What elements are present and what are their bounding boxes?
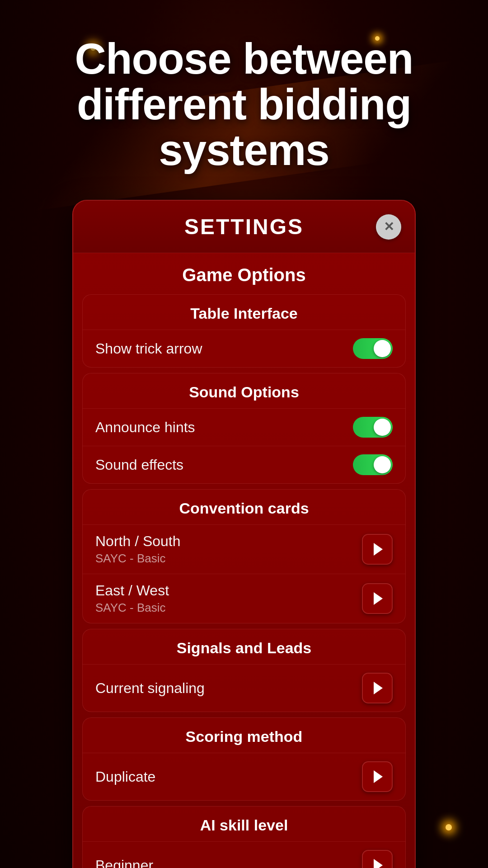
sound-options-header: Sound Options [83, 373, 405, 408]
announce-hints-toggle[interactable] [353, 417, 393, 438]
settings-modal: SETTINGS ✕ Game Options Table Interface … [72, 200, 416, 868]
east-west-main-label: East / West [95, 582, 169, 599]
beginner-arrow-button[interactable] [362, 850, 393, 868]
sound-options-card: Sound Options Announce hints Sound effec… [82, 373, 406, 484]
east-west-row: East / West SAYC - Basic [83, 574, 405, 623]
game-options-label: Game Options [82, 253, 406, 294]
duplicate-arrow-icon [374, 770, 383, 783]
scoring-method-card: Scoring method Duplicate [82, 717, 406, 801]
duplicate-row: Duplicate [83, 753, 405, 800]
announce-hints-knob [374, 419, 391, 436]
sound-effects-label: Sound effects [95, 457, 183, 473]
close-button[interactable]: ✕ [376, 214, 401, 240]
current-signaling-label: Current signaling [95, 680, 205, 697]
north-south-row: North / South SAYC - Basic [83, 524, 405, 574]
duplicate-arrow-button[interactable] [362, 761, 393, 792]
duplicate-label: Duplicate [95, 769, 155, 785]
show-trick-arrow-row: Show trick arrow [83, 330, 405, 367]
signals-leads-header: Signals and Leads [83, 629, 405, 664]
announce-hints-label: Announce hints [95, 419, 195, 436]
north-south-arrow-button[interactable] [362, 534, 393, 565]
hero-section: Choose between different bidding systems [0, 0, 488, 191]
sound-effects-row: Sound effects [83, 446, 405, 483]
north-south-arrow-icon [374, 543, 383, 556]
scoring-method-header: Scoring method [83, 718, 405, 753]
north-south-sub-label: SAYC - Basic [95, 552, 181, 566]
east-west-arrow-button[interactable] [362, 583, 393, 614]
current-signaling-arrow-button[interactable] [362, 673, 393, 703]
north-south-labels: North / South SAYC - Basic [95, 533, 181, 566]
sound-effects-toggle[interactable] [353, 454, 393, 475]
current-signaling-arrow-icon [374, 682, 383, 694]
announce-hints-row: Announce hints [83, 408, 405, 446]
table-interface-header: Table Interface [83, 295, 405, 330]
convention-cards-header: Convention cards [83, 490, 405, 524]
east-west-sub-label: SAYC - Basic [95, 601, 169, 615]
ai-skill-level-header: AI skill level [83, 807, 405, 841]
signals-leads-card: Signals and Leads Current signaling [82, 629, 406, 712]
beginner-arrow-icon [374, 859, 383, 868]
show-trick-arrow-label: Show trick arrow [95, 340, 202, 357]
current-signaling-row: Current signaling [83, 664, 405, 712]
modal-body: Game Options Table Interface Show trick … [73, 253, 415, 868]
show-trick-arrow-toggle[interactable] [353, 338, 393, 359]
hero-title: Choose between different bidding systems [27, 36, 461, 173]
east-west-labels: East / West SAYC - Basic [95, 582, 169, 615]
modal-header: SETTINGS ✕ [73, 201, 415, 253]
show-trick-arrow-knob [374, 340, 391, 357]
ai-skill-level-card: AI skill level Beginner [82, 806, 406, 868]
modal-title: SETTINGS [184, 214, 304, 239]
beginner-row: Beginner [83, 841, 405, 868]
table-interface-card: Table Interface Show trick arrow [82, 294, 406, 368]
east-west-arrow-icon [374, 592, 383, 605]
convention-cards-card: Convention cards North / South SAYC - Ba… [82, 489, 406, 623]
north-south-main-label: North / South [95, 533, 181, 550]
sound-effects-knob [374, 456, 391, 473]
beginner-label: Beginner [95, 857, 153, 868]
